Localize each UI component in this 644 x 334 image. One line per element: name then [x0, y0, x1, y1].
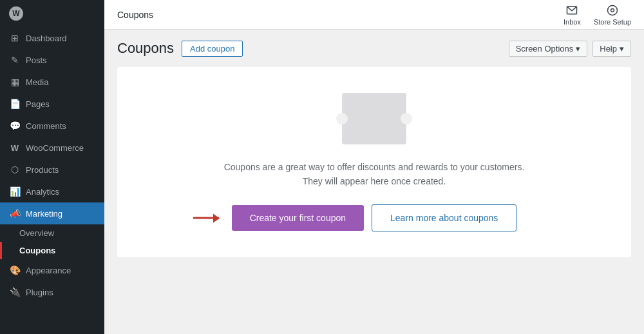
help-button[interactable]: Help ▾	[592, 41, 631, 57]
coupon-ticket-illustration	[342, 93, 406, 144]
sidebar-item-marketing[interactable]: 📣 Marketing ◀	[0, 202, 104, 224]
sidebar-item-media-label: Media	[26, 77, 48, 87]
help-chevron-icon: ▾	[620, 44, 624, 54]
sidebar-item-appearance-label: Appearance	[26, 266, 71, 275]
inbox-label: Inbox	[564, 18, 581, 26]
posts-icon: ✎	[9, 54, 21, 66]
sidebar-item-coupons[interactable]: Coupons	[0, 242, 104, 259]
sidebar-logo: W	[0, 0, 104, 27]
sidebar-item-comments-label: Comments	[26, 121, 66, 131]
marketing-submenu: Overview Coupons	[0, 224, 104, 259]
screen-options-button[interactable]: Screen Options ▾	[509, 41, 588, 57]
sidebar-item-marketing-label: Marketing	[26, 209, 62, 219]
sidebar-item-plugins[interactable]: 🔌 Plugins	[0, 281, 104, 303]
inbox-icon	[565, 4, 578, 17]
page-title: Coupons	[117, 40, 174, 57]
sidebar-item-analytics-label: Analytics	[26, 187, 59, 197]
help-label: Help	[600, 44, 617, 54]
marketing-collapse-icon: ◀	[90, 210, 95, 217]
sidebar-item-pages[interactable]: 📄 Pages	[0, 93, 104, 115]
pages-icon: 📄	[9, 98, 21, 110]
add-coupon-button[interactable]: Add coupon	[182, 41, 243, 57]
sidebar-item-analytics[interactable]: 📊 Analytics	[0, 181, 104, 202]
appearance-icon: 🎨	[9, 264, 21, 276]
sidebar-item-coupons-label: Coupons	[19, 246, 55, 255]
comments-icon: 💬	[9, 120, 21, 132]
content-header-left: Coupons Add coupon	[117, 40, 243, 57]
plugins-icon: 🔌	[9, 286, 21, 298]
inbox-button[interactable]: Inbox	[564, 4, 581, 26]
create-first-coupon-button[interactable]: Create your first coupon	[232, 205, 364, 231]
svg-point-1	[607, 5, 617, 15]
sidebar-item-comments[interactable]: 💬 Comments	[0, 115, 104, 137]
wp-logo-icon: W	[9, 6, 23, 21]
topbar-title: Coupons	[117, 10, 153, 20]
arrow-indicator	[193, 217, 219, 219]
empty-state-actions: Create your first coupon Learn more abou…	[232, 204, 517, 231]
sidebar-item-overview[interactable]: Overview	[0, 224, 104, 242]
sidebar-item-plugins-label: Plugins	[26, 288, 53, 297]
sidebar-item-dashboard[interactable]: ⊞ Dashboard	[0, 27, 104, 49]
screen-options-chevron-icon: ▾	[576, 44, 580, 54]
store-setup-icon	[606, 4, 619, 17]
marketing-icon: 📣	[9, 208, 21, 219]
screen-options-label: Screen Options	[516, 44, 574, 54]
content-area: Coupons Add coupon Screen Options ▾ Help…	[104, 30, 644, 334]
sidebar-item-woocommerce-label: WooCommerce	[26, 143, 84, 153]
sidebar-item-posts[interactable]: ✎ Posts	[0, 49, 104, 71]
arrow-line-icon	[193, 217, 219, 219]
dashboard-icon: ⊞	[9, 32, 21, 44]
analytics-icon: 📊	[9, 186, 21, 197]
sidebar-item-products[interactable]: ⬡ Products	[0, 159, 104, 181]
svg-point-2	[611, 8, 614, 12]
sidebar-item-overview-label: Overview	[19, 228, 54, 238]
products-icon: ⬡	[9, 164, 21, 175]
empty-state-card: Coupons are a great way to offer discoun…	[117, 67, 631, 257]
topbar-right: Inbox Store Setup	[564, 4, 631, 26]
woocommerce-icon: W	[9, 142, 21, 153]
empty-state-description: Coupons are a great way to offer discoun…	[220, 160, 529, 189]
header-right: Screen Options ▾ Help ▾	[509, 41, 631, 57]
learn-more-button[interactable]: Learn more about coupons	[372, 204, 516, 231]
sidebar-item-appearance[interactable]: 🎨 Appearance	[0, 259, 104, 281]
topbar: Coupons Inbox Store Setup	[104, 0, 644, 30]
sidebar-item-media[interactable]: ▦ Media	[0, 71, 104, 93]
sidebar-item-products-label: Products	[26, 165, 59, 175]
sidebar-item-woocommerce[interactable]: W WooCommerce	[0, 137, 104, 159]
sidebar-item-posts-label: Posts	[26, 55, 47, 65]
store-setup-button[interactable]: Store Setup	[594, 4, 631, 26]
main-area: Coupons Inbox Store Setup Coupo	[104, 0, 644, 334]
sidebar-item-pages-label: Pages	[26, 99, 50, 109]
store-setup-label: Store Setup	[594, 18, 631, 26]
sidebar: W ⊞ Dashboard ✎ Posts ▦ Media 📄 Pages 💬 …	[0, 0, 104, 334]
media-icon: ▦	[9, 76, 21, 88]
sidebar-item-dashboard-label: Dashboard	[26, 34, 67, 43]
content-header: Coupons Add coupon Screen Options ▾ Help…	[117, 40, 631, 57]
